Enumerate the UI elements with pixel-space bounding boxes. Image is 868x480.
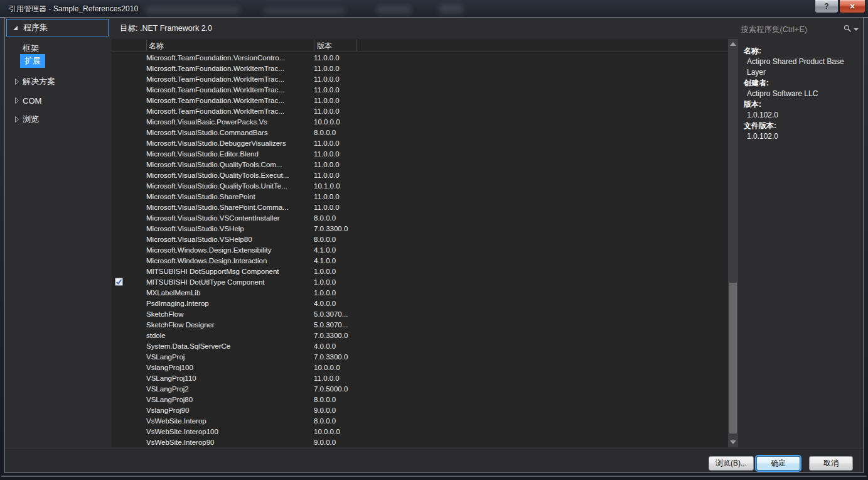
table-row[interactable]: Microsoft.VisualStudio.QualityTools.Com.… [112, 159, 728, 170]
assembly-name: Microsoft.VisualStudio.Editor.Blend [146, 150, 314, 158]
table-row[interactable]: SketchFlow Designer 5.0.3070... [112, 319, 728, 330]
expander-collapsed-icon[interactable] [11, 97, 23, 104]
table-row[interactable]: Microsoft.TeamFoundation.VersionContro..… [112, 52, 728, 63]
assembly-name: MXLabelMemLib [146, 289, 314, 297]
assembly-version: 1.0.0.0 [314, 289, 728, 297]
table-row[interactable]: Microsoft.VisualStudio.QualityTools.Unit… [112, 180, 728, 191]
table-row[interactable]: VSLangProj2 7.0.5000.0 [112, 383, 728, 394]
assembly-version: 7.0.5000.0 [314, 385, 728, 393]
assembly-rows: Microsoft.TeamFoundation.VersionContro..… [112, 52, 728, 447]
table-row[interactable]: Microsoft.Windows.Design.Extensibility 4… [112, 244, 728, 255]
table-row[interactable]: Microsoft.VisualStudio.Editor.Blend 11.0… [112, 148, 728, 159]
row-checkbox[interactable] [115, 278, 123, 286]
details-creator-value: Actipro Software LLC [744, 89, 858, 99]
table-row[interactable]: PsdImaging.Interop 4.0.0.0 [112, 298, 728, 308]
assembly-version: 1.0.0.0 [314, 268, 728, 275]
table-row[interactable]: Microsoft.VisualStudio.CommandBars 8.0.0… [112, 127, 728, 138]
browse-button[interactable]: 浏览(B)... [709, 456, 754, 471]
table-row[interactable]: Microsoft.VisualStudio.SharePoint 11.0.0… [112, 191, 728, 202]
scroll-down-button[interactable] [728, 437, 738, 447]
assembly-version: 7.0.3300.0 [314, 332, 728, 339]
assembly-name: Microsoft.TeamFoundation.WorkItemTrac... [146, 107, 314, 115]
assembly-version: 1.0.0.0 [314, 278, 728, 286]
details-version-value: 1.0.102.0 [744, 110, 858, 121]
table-row[interactable]: VsWebSite.Interop100 10.0.0.0 [112, 426, 728, 437]
table-row[interactable]: SketchFlow 5.0.3070... [112, 308, 728, 319]
assembly-list: 名称 版本 Microsoft.TeamFoundation.VersionCo… [112, 39, 738, 447]
details-file-version-label: 文件版本: [744, 121, 858, 131]
table-row[interactable]: Microsoft.VisualStudio.VSHelp 7.0.3300.0 [112, 223, 728, 234]
table-row[interactable]: Microsoft.TeamFoundation.WorkItemTrac...… [112, 74, 728, 84]
table-row[interactable]: VSLangProj 7.0.3300.0 [112, 351, 728, 362]
assembly-name: Microsoft.VisualStudio.VSHelp [146, 225, 314, 232]
assembly-version: 10.0.0.0 [314, 364, 728, 371]
close-button[interactable]: × [839, 0, 865, 13]
sidebar-item-solution[interactable]: 解决方案 [5, 76, 55, 87]
vertical-scrollbar[interactable] [728, 39, 738, 447]
assembly-name: VSLangProj2 [146, 385, 314, 393]
window-title: 引用管理器 - Sample_References2010 [9, 4, 138, 14]
table-row[interactable]: Microsoft.VisualStudio.VSHelp80 8.0.0.0 [112, 234, 728, 244]
sidebar-item-browse[interactable]: 浏览 [5, 114, 39, 125]
title-bar: 引用管理器 - Sample_References2010 [0, 0, 868, 18]
assembly-version: 8.0.0.0 [314, 214, 728, 222]
table-row[interactable]: Microsoft.TeamFoundation.WorkItemTrac...… [112, 106, 728, 116]
expander-expanded-icon[interactable] [13, 26, 18, 30]
cancel-button[interactable]: 取消 [809, 456, 853, 471]
table-row[interactable]: Microsoft.VisualStudio.QualityTools.Exec… [112, 170, 728, 180]
table-row[interactable]: VSLangProj80 8.0.0.0 [112, 394, 728, 405]
sidebar-item-com[interactable]: COM [5, 95, 41, 106]
assembly-name: System.Data.SqlServerCe [146, 342, 314, 350]
column-header-name[interactable]: 名称 [149, 41, 164, 52]
assembly-name: Microsoft.VisualStudio.SharePoint.Comma.… [146, 204, 314, 211]
background-blur [264, 8, 345, 14]
table-row[interactable]: Microsoft.VisualStudio.VSContentInstalle… [112, 212, 728, 223]
table-row[interactable]: VslangProj100 10.0.0.0 [112, 362, 728, 373]
table-row[interactable]: stdole 7.0.3300.0 [112, 330, 728, 341]
table-row[interactable]: Microsoft.TeamFoundation.WorkItemTrac...… [112, 95, 728, 106]
table-row[interactable]: Microsoft.Windows.Design.Interaction 4.1… [112, 255, 728, 266]
search-options-caret-icon[interactable] [854, 28, 859, 31]
table-row[interactable]: Microsoft.TeamFoundation.WorkItemTrac...… [112, 63, 728, 74]
assembly-name: Microsoft.TeamFoundation.WorkItemTrac... [146, 86, 314, 94]
assembly-name: VSLangProj110 [146, 374, 314, 382]
table-row[interactable]: Microsoft.VisualStudio.SharePoint.Comma.… [112, 202, 728, 212]
assembly-name: MITSUBISHI DotUtlType Component [146, 278, 314, 286]
details-name-label: 名称: [744, 46, 858, 57]
assembly-name: Microsoft.TeamFoundation.WorkItemTrac... [146, 75, 314, 83]
assembly-version: 7.0.3300.0 [314, 353, 728, 361]
table-row[interactable]: MXLabelMemLib 1.0.0.0 [112, 287, 728, 298]
assembly-version: 11.0.0.0 [314, 193, 728, 200]
table-row[interactable]: VslangProj90 9.0.0.0 [112, 405, 728, 415]
table-row[interactable]: Microsoft.VisualStudio.DebuggerVisualize… [112, 138, 728, 148]
assembly-version: 8.0.0.0 [314, 417, 728, 425]
expander-collapsed-icon[interactable] [11, 78, 23, 85]
table-row[interactable]: Microsoft.VisualBasic.PowerPacks.Vs 10.0… [112, 116, 728, 127]
table-row[interactable]: MITSUBISHI DotSupportMsg Component 1.0.0… [112, 266, 728, 276]
ok-button[interactable]: 确定 [756, 456, 800, 471]
sidebar-item-framework[interactable]: 框架 [5, 43, 39, 54]
sidebar-item-extensions[interactable]: 扩展 [5, 55, 45, 67]
table-row[interactable]: MITSUBISHI DotUtlType Component 1.0.0.0 [112, 276, 728, 287]
table-row[interactable]: VsWebSite.Interop90 9.0.0.0 [112, 437, 728, 447]
table-row[interactable]: VsWebSite.Interop 8.0.0.0 [112, 415, 728, 426]
expander-collapsed-icon[interactable] [11, 116, 23, 123]
sidebar-item-label: 框架 [23, 43, 39, 54]
assembly-name: Microsoft.TeamFoundation.WorkItemTrac... [146, 97, 314, 104]
table-row[interactable]: VSLangProj110 11.0.0.0 [112, 373, 728, 383]
assembly-name: Microsoft.VisualStudio.QualityTools.Com.… [146, 161, 314, 168]
assembly-version: 7.0.3300.0 [314, 225, 728, 232]
search-input[interactable] [741, 25, 842, 34]
assembly-name: Microsoft.VisualStudio.SharePoint [146, 193, 314, 200]
sidebar-item-label: 扩展 [20, 54, 45, 68]
assembly-version: 4.1.0.0 [314, 246, 728, 254]
table-row[interactable]: System.Data.SqlServerCe 4.0.0.0 [112, 341, 728, 351]
table-row[interactable]: Microsoft.TeamFoundation.WorkItemTrac...… [112, 84, 728, 95]
help-button[interactable]: ? [815, 0, 839, 13]
scrollbar-thumb[interactable] [729, 283, 737, 434]
search-icon[interactable] [844, 24, 852, 35]
sidebar-item-assemblies[interactable]: 程序集 [6, 19, 109, 36]
scroll-up-button[interactable] [728, 39, 738, 49]
assembly-version: 9.0.0.0 [314, 406, 728, 414]
column-header-version[interactable]: 版本 [317, 41, 332, 52]
